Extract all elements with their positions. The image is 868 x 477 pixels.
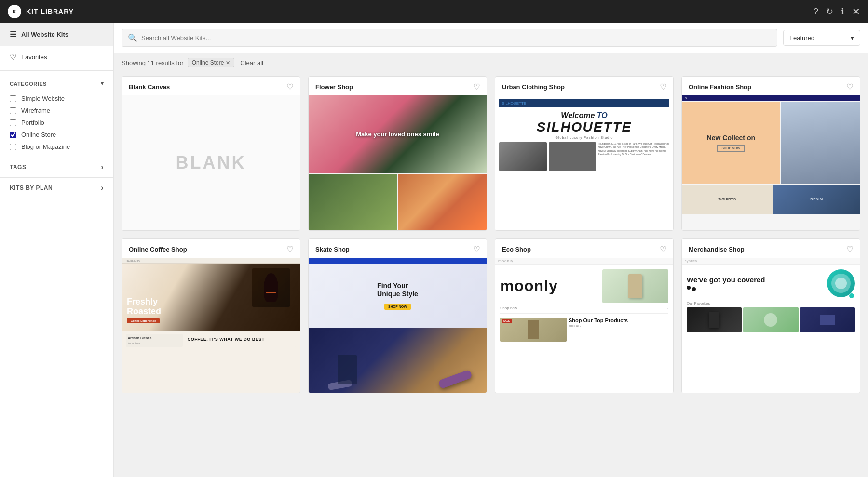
sort-dropdown[interactable]: Featured [783,30,860,46]
fashion-new-collection: New Collection SHOP NOW [682,102,780,184]
kit-card-header: Urban Clothing Shop ♡ [495,77,673,95]
sidebar-item-favorites[interactable]: ♡ Favorites [0,46,113,68]
top-bar: K KIT LIBRARY ? ↻ ℹ ✕ [0,0,868,23]
menu-icon: ☰ [10,30,16,39]
kit-card-header: Skate Shop ♡ [309,239,487,258]
kit-card-eco-shop[interactable]: Eco Shop ♡ moonly moonly [495,238,674,393]
info-icon[interactable]: ℹ [841,6,844,17]
kit-preview: HERRERA Freshly Roasted [122,258,300,393]
favorite-button[interactable]: ♡ [660,82,666,92]
favorite-button[interactable]: ♡ [660,245,666,254]
merch-preview: cybrica... We've got you covered [682,258,860,393]
kit-name: Online Coffee Shop [129,246,187,253]
close-icon[interactable]: ✕ [852,6,860,17]
favorite-button[interactable]: ♡ [846,245,853,254]
eco-preview: moonly moonly Shop now [495,258,673,393]
fashion-tshirts: T-SHIRTS [682,185,773,214]
tags-section[interactable]: TAGS [0,157,113,177]
merch-header-bar: cybrica... [682,258,860,265]
blog-magazine-checkbox[interactable] [10,144,16,150]
portfolio-checkbox[interactable] [10,119,16,126]
kit-name: Urban Clothing Shop [502,83,565,91]
urban-images: Founded in 2012 And Based in Paris, We B… [499,142,669,171]
search-input[interactable] [141,34,771,41]
coffee-top-section: Freshly Roasted Coffee Experience [122,264,300,331]
top-bar-brand: K KIT LIBRARY [8,5,74,18]
kit-card-coffee-shop[interactable]: Online Coffee Shop ♡ HERRERA [122,238,300,393]
favorite-button[interactable]: ♡ [286,245,293,254]
kit-card-online-fashion[interactable]: Online Fashion Shop ♡ B New Collection [681,76,860,231]
merch-hero-section: We've got you covered [682,265,860,300]
flower-hero-text: Make your loved ones smile [356,130,439,139]
kit-card-urban-clothing[interactable]: Urban Clothing Shop ♡ SILHOUETTE Welcome… [495,76,674,231]
wireframe-checkbox[interactable] [10,107,16,114]
kits-by-plan-section[interactable]: KITS BY PLAN [0,177,113,198]
category-online-store[interactable]: Online Store [10,129,104,141]
category-blog-magazine[interactable]: Blog or Magazine [10,141,104,153]
content-area: 🔍 Featured Showing 11 results for Online… [114,23,868,477]
kit-name: Merchandise Shop [689,246,745,253]
kit-card-blank-canvas[interactable]: Blank Canvas ♡ BLANK [122,76,300,231]
kit-card-header: Online Fashion Shop ♡ [682,77,860,95]
main-layout: ☰ All Website Kits ♡ Favorites CATEGORIE… [0,23,868,477]
coffee-preview: HERRERA Freshly Roasted [122,258,300,393]
heart-icon: ♡ [10,53,16,62]
kit-card-skate-shop[interactable]: Skate Shop ♡ Find Your Unique Style SHOP… [308,238,487,393]
help-icon[interactable]: ? [814,7,818,17]
kit-preview: cybrica... We've got you covered [682,258,860,393]
online-store-checkbox[interactable] [10,132,16,138]
skate-shop-button[interactable]: SHOP NOW [384,304,411,310]
active-filter-tag[interactable]: Online Store ✕ [188,58,235,67]
category-simple-website[interactable]: Simple Website [10,93,104,105]
kit-name: Eco Shop [502,246,531,253]
kit-name: Online Fashion Shop [689,83,751,91]
merch-our-favorites: Our Favorites [682,300,860,307]
category-wireframe[interactable]: Wireframe [10,105,104,117]
skate-preview: Find Your Unique Style SHOP NOW [309,258,487,393]
logo-icon: K [8,5,21,18]
search-bar: 🔍 Featured [114,23,868,53]
search-input-wrapper[interactable]: 🔍 [122,29,777,47]
filter-remove-icon[interactable]: ✕ [226,60,230,66]
urban-img-2 [549,142,597,171]
kit-card-merchandise-shop[interactable]: Merchandise Shop ♡ cybrica... We've got … [681,238,860,393]
category-portfolio[interactable]: Portfolio [10,117,104,129]
favorite-button[interactable]: ♡ [473,82,480,92]
categories-header[interactable]: CATEGORIES [10,80,104,87]
eco-shop-now-row: Shop now › [495,305,673,311]
kit-card-header: Online Coffee Shop ♡ [122,239,300,258]
merch-products-row [682,307,860,335]
simple-website-checkbox[interactable] [10,95,16,102]
skate-hero: Find Your Unique Style SHOP NOW [309,264,487,328]
kit-preview: B New Collection SHOP NOW [682,95,860,230]
skate-action-img [309,328,487,393]
eco-header-bar: moonly [495,258,673,265]
urban-subtitle: Global Luxury Fashion Studio [499,136,669,139]
kit-card-header: Flower Shop ♡ [309,77,487,95]
fashion-row-2: T-SHIRTS DENIM [682,185,860,230]
kit-name: Skate Shop [315,246,350,253]
skate-hero-text: Find Your Unique Style [377,282,418,298]
fashion-denim: DENIM [773,185,860,214]
flower-top-img: Make your loved ones smile [309,95,487,173]
urban-preview: SILHOUETTE Welcome TO SILHOUETTE Global … [495,95,673,230]
kit-card-flower-shop[interactable]: Flower Shop ♡ Make your loved ones smile [308,76,487,231]
urban-text-block: Founded in 2012 And Based in Paris, We B… [598,142,669,171]
flower-img-2 [398,174,487,230]
favorite-button[interactable]: ♡ [846,82,853,92]
kit-card-header: Merchandise Shop ♡ [682,239,860,258]
categories-section: CATEGORIES Simple Website Wireframe Port… [0,73,113,157]
kit-grid: Blank Canvas ♡ BLANK Flower Shop ♡ [114,72,868,477]
favorite-button[interactable]: ♡ [473,245,480,254]
kits-by-plan-chevron-icon [101,184,104,192]
clear-all-button[interactable]: Clear all [240,59,263,66]
urban-header-bar: SILHOUETTE [499,99,669,107]
fashion-model-img [781,102,860,184]
refresh-icon[interactable]: ↻ [826,6,833,17]
flower-preview: Make your loved ones smile [309,95,487,230]
sidebar-divider [0,70,113,71]
sidebar-item-all-kits[interactable]: ☰ All Website Kits [0,23,113,46]
fashion-preview: B New Collection SHOP NOW [682,95,860,230]
favorite-button[interactable]: ♡ [286,82,293,92]
kit-name: Flower Shop [315,83,353,91]
